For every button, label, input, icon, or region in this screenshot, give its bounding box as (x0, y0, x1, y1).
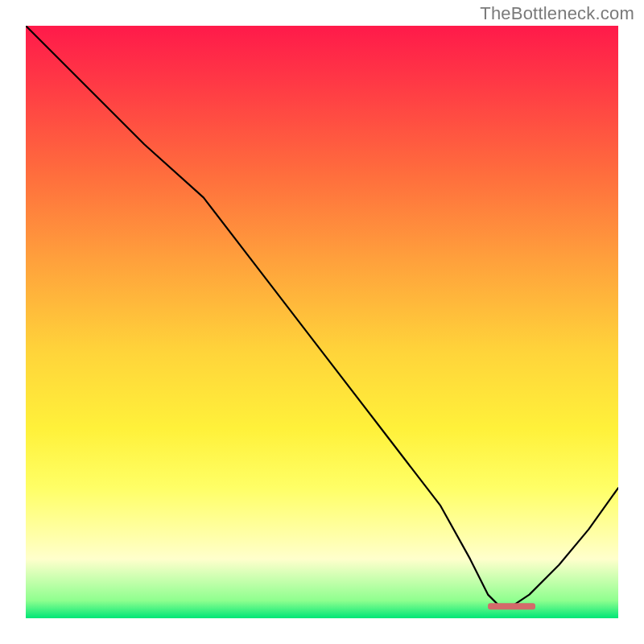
bottleneck-curve (26, 26, 618, 606)
chart-svg (26, 26, 618, 618)
optimal-marker (488, 603, 535, 609)
chart-frame: TheBottleneck.com (0, 0, 644, 644)
attribution-label: TheBottleneck.com (480, 3, 634, 24)
plot-area (26, 26, 618, 618)
